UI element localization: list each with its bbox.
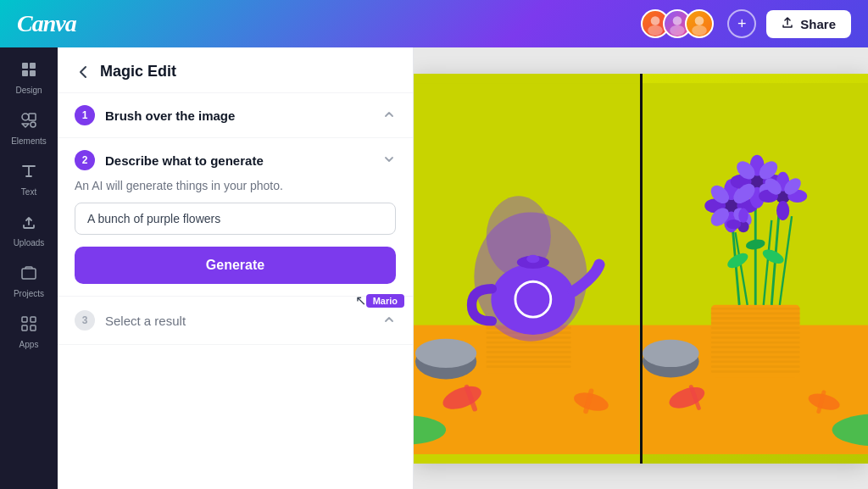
sidebar-item-label: Text	[21, 187, 36, 197]
svg-rect-54	[710, 346, 799, 348]
svg-rect-28	[487, 351, 571, 353]
svg-point-98	[643, 339, 699, 366]
svg-rect-15	[31, 317, 36, 322]
svg-rect-29	[487, 355, 571, 358]
step-2-header[interactable]: 2 Describe what to generate	[75, 150, 396, 170]
prompt-input[interactable]	[75, 203, 396, 235]
panel-title: Magic Edit	[100, 63, 176, 81]
svg-point-34	[491, 264, 575, 335]
main-layout: Design Elements Text Uploads Projects	[0, 47, 868, 489]
canvas-area	[414, 47, 868, 489]
svg-rect-12	[31, 122, 36, 127]
svg-point-89	[776, 201, 788, 220]
step-3-title: Select a result	[105, 314, 186, 328]
step-2-description: An AI will generate things in your photo…	[75, 179, 396, 192]
header: Canva + Share	[0, 0, 868, 47]
svg-rect-7	[30, 63, 36, 69]
step-3-header[interactable]: 3 Select a result	[75, 310, 396, 331]
svg-point-2	[673, 16, 682, 25]
tooltip-badge: Mario	[366, 294, 404, 308]
step-1: 1 Brush over the image	[58, 93, 413, 138]
svg-rect-11	[29, 114, 36, 120]
sidebar-item-label: Design	[15, 86, 42, 95]
svg-point-5	[692, 25, 707, 36]
share-button[interactable]: Share	[766, 10, 851, 38]
canvas-divider	[640, 74, 643, 464]
svg-rect-46	[710, 307, 799, 309]
projects-icon	[20, 264, 37, 286]
cursor-tooltip: ↖ Mario	[355, 294, 404, 308]
svg-rect-50	[710, 326, 799, 329]
step-2-content: An AI will generate things in your photo…	[75, 179, 396, 284]
svg-rect-27	[487, 346, 571, 348]
chevron-down-icon	[382, 153, 396, 169]
sidebar-item-apps[interactable]: Apps	[0, 308, 58, 356]
text-icon	[20, 163, 37, 184]
sidebar-item-text[interactable]: Text	[0, 156, 58, 203]
sidebar-item-label: Elements	[11, 136, 47, 146]
step-2: 2 Describe what to generate An AI will g…	[58, 138, 413, 297]
svg-rect-6	[22, 63, 28, 69]
svg-rect-48	[710, 317, 799, 320]
svg-rect-52	[710, 336, 799, 338]
step-1-title: Brush over the image	[105, 108, 235, 123]
add-collaborator-button[interactable]: +	[727, 9, 756, 38]
canvas-left	[414, 74, 640, 464]
svg-rect-49	[710, 321, 799, 324]
chevron-up-icon	[382, 108, 396, 124]
svg-rect-59	[710, 370, 799, 372]
svg-point-4	[695, 16, 704, 25]
upload-icon	[20, 214, 37, 235]
elements-icon	[20, 112, 37, 133]
svg-point-0	[651, 16, 660, 25]
cursor-arrow-icon: ↖	[355, 294, 366, 308]
svg-rect-16	[22, 325, 27, 331]
sidebar-item-label: Apps	[19, 340, 39, 349]
svg-point-21	[415, 338, 476, 367]
canvas-right	[643, 74, 869, 464]
canvas-container	[414, 74, 868, 464]
panel-header: Magic Edit	[58, 47, 413, 93]
svg-rect-9	[30, 70, 36, 76]
step-2-number: 2	[75, 150, 95, 170]
svg-point-95	[738, 208, 748, 222]
step-1-number: 1	[75, 105, 95, 125]
svg-rect-47	[710, 312, 799, 314]
step-1-header[interactable]: 1 Brush over the image	[75, 105, 396, 125]
svg-point-3	[670, 25, 685, 36]
svg-rect-53	[710, 341, 799, 343]
svg-rect-56	[710, 355, 799, 358]
svg-point-10	[22, 114, 29, 120]
step-3-number: 3	[75, 310, 95, 331]
generate-button[interactable]: Generate	[75, 247, 396, 284]
svg-point-36	[526, 254, 539, 263]
svg-rect-55	[710, 351, 799, 353]
header-right: + Share	[641, 9, 851, 38]
design-icon	[20, 61, 37, 82]
sidebar-item-label: Projects	[14, 289, 44, 298]
sidebar-item-label: Uploads	[14, 238, 45, 247]
share-icon	[782, 17, 793, 31]
svg-rect-17	[31, 325, 36, 331]
apps-icon	[20, 315, 37, 336]
svg-rect-30	[487, 360, 571, 363]
svg-rect-51	[710, 331, 799, 334]
svg-rect-57	[710, 360, 799, 363]
svg-point-96	[726, 219, 740, 228]
svg-rect-8	[22, 70, 28, 76]
svg-rect-26	[487, 341, 571, 343]
svg-rect-14	[22, 317, 27, 322]
svg-rect-58	[710, 365, 799, 368]
avatar[interactable]	[685, 9, 714, 38]
chevron-up-icon-3	[382, 313, 396, 329]
svg-rect-13	[22, 269, 36, 279]
sidebar-item-elements[interactable]: Elements	[0, 105, 58, 153]
avatar-group	[641, 9, 714, 38]
back-button[interactable]	[75, 64, 92, 81]
share-label: Share	[800, 17, 836, 31]
magic-edit-panel: Magic Edit 1 Brush over the image 2 Desc…	[58, 47, 414, 489]
sidebar-item-design[interactable]: Design	[0, 54, 58, 102]
svg-rect-31	[487, 365, 571, 368]
sidebar-item-uploads[interactable]: Uploads	[0, 207, 58, 254]
sidebar-item-projects[interactable]: Projects	[0, 258, 58, 305]
